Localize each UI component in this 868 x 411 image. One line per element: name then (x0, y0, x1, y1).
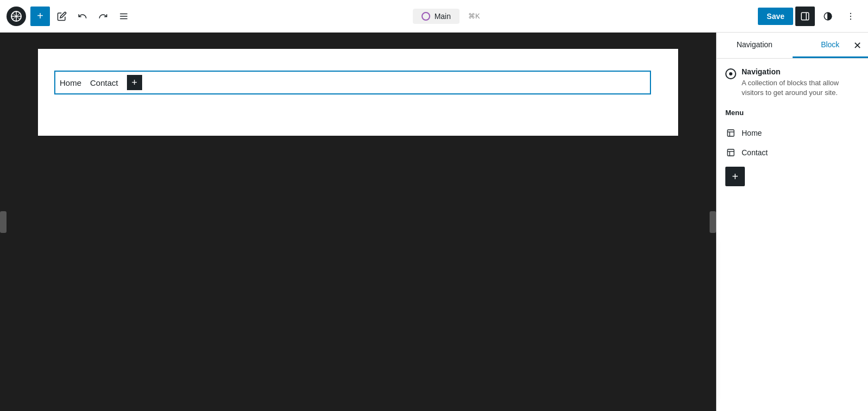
right-scroll-handle[interactable] (710, 211, 716, 233)
list-view-button[interactable] (114, 7, 133, 26)
svg-point-8 (850, 15, 851, 16)
toolbar: + Main ⌘K Save (0, 0, 868, 33)
wordpress-logo[interactable] (7, 7, 26, 26)
menu-label: Menu (725, 109, 859, 117)
undo-button[interactable] (73, 7, 92, 26)
svg-rect-13 (727, 149, 734, 156)
more-options-button[interactable] (841, 7, 860, 26)
svg-rect-4 (801, 12, 809, 20)
menu-add-button[interactable]: + (725, 167, 745, 186)
nav-desc-icon (725, 68, 736, 79)
nav-add-button[interactable]: + (127, 75, 142, 90)
main-indicator[interactable]: Main (413, 9, 459, 24)
canvas-frame: Home Contact + (38, 49, 678, 136)
canvas-area: Home Contact + (0, 33, 716, 411)
panel-toggle-button[interactable] (795, 7, 815, 26)
nav-description-text: A collection of blocks that allow visito… (742, 78, 859, 98)
toolbar-right: Save (758, 7, 861, 26)
shortcut-text: ⌘K (468, 12, 480, 20)
nav-item-contact[interactable]: Contact (90, 78, 127, 87)
svg-rect-10 (727, 130, 734, 136)
add-block-button[interactable]: + (30, 7, 50, 26)
nav-block[interactable]: Home Contact + (54, 71, 651, 94)
nav-desc-content: Navigation A collection of blocks that a… (742, 67, 859, 98)
redo-button[interactable] (93, 7, 113, 26)
panel-close-button[interactable]: ✕ (851, 37, 864, 54)
panel-body: Navigation A collection of blocks that a… (717, 59, 868, 411)
menu-item-home-label: Home (742, 129, 762, 137)
svg-point-7 (850, 12, 851, 14)
page-icon-contact (725, 147, 736, 158)
pencil-button[interactable] (52, 7, 72, 26)
main-area: Home Contact + Navigation Block ✕ Naviga… (0, 33, 868, 411)
contrast-button[interactable] (818, 7, 838, 26)
nav-item-home[interactable]: Home (60, 78, 90, 87)
left-scroll-handle[interactable] (0, 211, 7, 233)
main-label: Main (435, 12, 451, 21)
svg-point-9 (850, 18, 851, 20)
menu-item-contact-label: Contact (742, 148, 768, 157)
canvas-inner: Home Contact + (38, 49, 678, 116)
tab-navigation[interactable]: Navigation (717, 33, 793, 58)
right-panel: Navigation Block ✕ Navigation A collecti… (716, 33, 868, 411)
nav-title: Navigation (742, 67, 859, 76)
page-icon-home (725, 128, 736, 138)
menu-item-contact[interactable]: Contact (725, 143, 859, 162)
save-button[interactable]: Save (758, 8, 793, 25)
toolbar-center: Main ⌘K (135, 9, 758, 24)
main-circle-icon (422, 12, 430, 21)
panel-header: Navigation Block ✕ (717, 33, 868, 59)
menu-item-home[interactable]: Home (725, 123, 859, 143)
nav-description: Navigation A collection of blocks that a… (725, 67, 859, 98)
